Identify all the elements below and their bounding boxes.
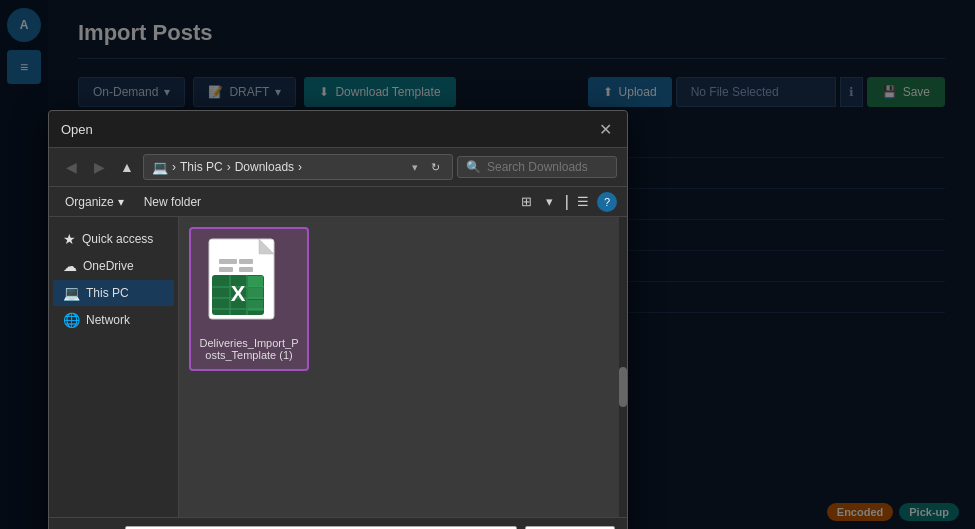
dialog-title: Open [61,122,93,137]
nav-back-button[interactable]: ◀ [59,155,83,179]
nav-path[interactable]: 💻 › This PC › Downloads › ▾ ↻ [143,154,453,180]
nav-path-downloads: Downloads [235,160,294,174]
svg-text:X: X [231,281,246,306]
svg-rect-2 [219,267,233,272]
svg-rect-4 [239,267,253,272]
dialog-close-button[interactable]: ✕ [595,119,615,139]
open-file-dialog: Open ✕ ◀ ▶ ▲ 💻 › This PC › Downloads › ▾… [48,110,628,529]
nav-item-onedrive[interactable]: ☁ OneDrive [53,253,174,279]
svg-rect-1 [219,259,237,264]
view-large-icons-button[interactable]: ⊞ [515,191,538,212]
nav-path-dropdown[interactable]: ▾ [412,161,418,174]
quick-access-icon: ★ [63,231,76,247]
nav-item-network[interactable]: 🌐 Network [53,307,174,333]
help-button[interactable]: ? [597,192,617,212]
svg-rect-14 [248,300,263,311]
file-name-bar: File name: All Files ▾ [49,517,627,529]
excel-file-icon: X [204,237,294,337]
scrollbar-thumb[interactable] [619,367,627,407]
file-toolbar: Organize ▾ New folder ⊞ ▾ | ☰ ? [49,187,627,217]
onedrive-icon: ☁ [63,258,77,274]
organize-button[interactable]: Organize ▾ [59,193,130,211]
dialog-overlay: Open ✕ ◀ ▶ ▲ 💻 › This PC › Downloads › ▾… [0,0,975,529]
nav-path-separator: › [227,160,231,174]
svg-rect-3 [239,259,253,264]
left-panel: ★ Quick access ☁ OneDrive 💻 This PC 🌐 Ne… [49,217,179,517]
nav-item-quick-access[interactable]: ★ Quick access [53,226,174,252]
view-buttons: ⊞ ▾ | ☰ ? [515,191,617,212]
view-details-button[interactable]: ▾ [540,191,559,212]
nav-item-this-pc[interactable]: 💻 This PC [53,280,174,306]
search-icon: 🔍 [466,160,481,174]
file-item-label: Deliveries_Import_Posts_Template (1) [199,337,299,361]
search-input[interactable] [487,160,608,174]
svg-rect-12 [248,276,263,287]
nav-path-pc-icon: 💻 [152,160,168,175]
nav-path-separator: › [298,160,302,174]
svg-rect-13 [248,288,263,299]
search-box[interactable]: 🔍 [457,156,617,178]
nav-refresh-button[interactable]: ↻ [426,158,444,176]
file-area[interactable]: X Deliveries_Import_Posts_Template (1) [179,217,627,517]
scrollbar[interactable] [619,217,627,517]
network-icon: 🌐 [63,312,80,328]
this-pc-icon: 💻 [63,285,80,301]
dialog-title-bar: Open ✕ [49,111,627,148]
nav-forward-button[interactable]: ▶ [87,155,111,179]
nav-path-separator: › [172,160,176,174]
dialog-body: ★ Quick access ☁ OneDrive 💻 This PC 🌐 Ne… [49,217,627,517]
file-item-selected[interactable]: X Deliveries_Import_Posts_Template (1) [189,227,309,371]
nav-bar: ◀ ▶ ▲ 💻 › This PC › Downloads › ▾ ↻ 🔍 [49,148,627,187]
nav-path-this-pc: This PC [180,160,223,174]
nav-up-button[interactable]: ▲ [115,155,139,179]
view-toggle-button[interactable]: ☰ [571,191,595,212]
new-folder-button[interactable]: New folder [138,193,207,211]
